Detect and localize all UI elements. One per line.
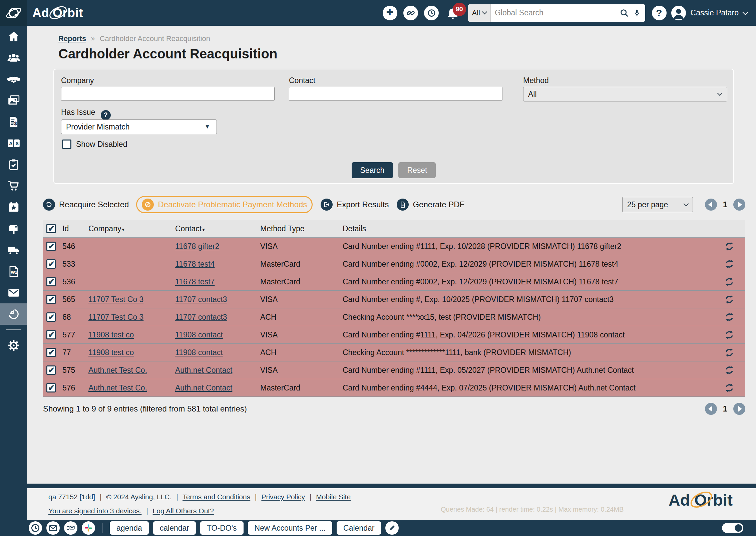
mobile-site-link[interactable]: Mobile Site — [316, 493, 351, 501]
sidebar-item-accounting[interactable]: A$ — [0, 132, 27, 154]
sidebar-item-events[interactable] — [0, 197, 27, 218]
row-reacquire-button[interactable] — [724, 241, 745, 252]
sidebar-item-deals[interactable] — [0, 68, 27, 90]
app-logo-icon[interactable] — [0, 0, 27, 26]
search-button[interactable]: Search — [352, 162, 393, 178]
search-input[interactable] — [491, 8, 619, 17]
prev-page-button[interactable] — [705, 199, 717, 211]
sidebar-item-home[interactable] — [0, 26, 27, 47]
row-reacquire-button[interactable] — [724, 294, 745, 305]
has-issue-select[interactable]: Provider Mismatch ▼ — [61, 119, 217, 134]
prev-page-button[interactable] — [705, 403, 717, 415]
col-company[interactable]: Company▾ — [88, 224, 175, 233]
row-checkbox[interactable] — [46, 259, 56, 269]
breadcrumb-reports-link[interactable]: Reports — [58, 34, 86, 43]
company-field[interactable] — [61, 87, 275, 101]
per-page-select[interactable]: 25 per page — [622, 197, 693, 212]
row-checkbox[interactable] — [46, 277, 56, 286]
col-details[interactable]: Details — [343, 224, 724, 233]
sidebar-item-tasks[interactable] — [0, 154, 27, 175]
row-contact-link[interactable]: 11678 test4 — [175, 260, 260, 269]
row-checkbox[interactable] — [46, 295, 56, 304]
col-method-type[interactable]: Method Type — [260, 224, 343, 233]
clock-icon[interactable] — [29, 521, 42, 535]
row-checkbox[interactable] — [46, 365, 56, 375]
avatar[interactable] — [671, 6, 686, 20]
sidebar-item-billing[interactable]: $ — [0, 111, 27, 132]
log-others-out-link[interactable]: Log All Others Out? — [153, 507, 214, 515]
next-page-button[interactable] — [733, 199, 745, 211]
row-contact-link[interactable]: 11678 gifter2 — [175, 242, 260, 251]
row-contact-link[interactable]: 11707 contact3 — [175, 313, 260, 322]
row-reacquire-button[interactable] — [724, 276, 745, 287]
deactivate-payment-methods-button[interactable]: Deactivate Problematic Payment Methods — [136, 196, 313, 213]
taskbar-button-calendar[interactable]: calendar — [153, 521, 196, 535]
sidebar-item-reports[interactable] — [0, 303, 27, 325]
taskbar-button-new-accounts[interactable]: New Accounts Per ... — [248, 521, 332, 535]
sidebar-item-settings[interactable] — [0, 335, 27, 356]
export-results-button[interactable]: Export Results — [321, 199, 389, 211]
row-company-link[interactable]: 11707 Test Co 3 — [88, 313, 175, 322]
privacy-link[interactable]: Privacy Policy — [261, 493, 305, 501]
sidebar-item-hr[interactable]: W2 — [0, 261, 27, 282]
terms-link[interactable]: Terms and Conditions — [182, 493, 250, 501]
col-contact[interactable]: Contact▾ — [175, 224, 260, 233]
add-icon[interactable]: + — [383, 6, 397, 20]
history-icon[interactable] — [424, 6, 439, 20]
row-reacquire-button[interactable] — [724, 259, 745, 269]
newsletter-icon[interactable] — [64, 521, 77, 535]
pencil-icon[interactable] — [385, 521, 399, 535]
row-contact-link[interactable]: 11908 contact — [175, 348, 260, 357]
row-contact-link[interactable]: 11908 contact — [175, 330, 260, 339]
has-issue-help-icon[interactable]: ? — [101, 110, 111, 120]
generate-pdf-button[interactable]: PDF Generate PDF — [397, 199, 464, 211]
row-checkbox[interactable] — [46, 242, 56, 251]
taskbar-button-agenda[interactable]: agenda — [110, 521, 149, 535]
row-checkbox[interactable] — [46, 383, 56, 392]
notifications-bell[interactable]: 90 — [445, 5, 461, 21]
row-reacquire-button[interactable] — [724, 365, 745, 375]
row-contact-link[interactable]: Auth.net Contact — [175, 383, 260, 392]
row-company-link[interactable]: 11707 Test Co 3 — [88, 295, 175, 304]
col-id[interactable]: Id — [62, 224, 88, 233]
row-company-link[interactable]: Auth.net Test Co. — [88, 366, 175, 375]
taskbar-button-todos[interactable]: TO-DO's — [200, 521, 244, 535]
row-checkbox[interactable] — [46, 312, 56, 322]
help-icon[interactable]: ? — [652, 6, 667, 20]
row-company-link[interactable]: 11908 test co — [88, 330, 175, 339]
microphone-icon[interactable] — [633, 8, 641, 18]
method-select[interactable]: All — [523, 87, 727, 101]
devices-link[interactable]: You are signed into 3 devices. — [48, 507, 141, 515]
row-reacquire-button[interactable] — [724, 329, 745, 340]
show-disabled-checkbox[interactable] — [62, 140, 71, 149]
quick-toggle[interactable] — [722, 523, 743, 533]
row-reacquire-button[interactable] — [724, 312, 745, 322]
reacquire-selected-button[interactable]: Reacquire Selected — [43, 199, 129, 211]
brand-wordmark[interactable]: Ad Orbit — [32, 6, 83, 20]
slack-icon[interactable] — [82, 521, 95, 535]
row-reacquire-button[interactable] — [724, 382, 745, 393]
sidebar-item-contacts[interactable] — [0, 47, 27, 68]
sidebar-item-mail[interactable] — [0, 218, 27, 239]
search-scope-select[interactable]: All — [468, 4, 491, 22]
row-contact-link[interactable]: Auth.net Contact — [175, 366, 260, 375]
sidebar-item-media[interactable] — [0, 90, 27, 111]
row-checkbox[interactable] — [46, 348, 56, 357]
row-checkbox[interactable] — [46, 330, 56, 339]
row-reacquire-button[interactable] — [724, 347, 745, 358]
row-contact-link[interactable]: 11678 test7 — [175, 277, 260, 286]
sidebar-item-orders[interactable] — [0, 175, 27, 197]
link-icon[interactable] — [403, 6, 418, 20]
mail-icon[interactable] — [46, 521, 60, 535]
search-icon[interactable] — [619, 8, 629, 18]
row-contact-link[interactable]: 11707 contact3 — [175, 295, 260, 304]
reset-button[interactable]: Reset — [398, 162, 436, 178]
contact-field[interactable] — [289, 87, 502, 101]
select-all-checkbox[interactable] — [46, 224, 56, 233]
user-menu-chevron-icon[interactable] — [743, 9, 748, 15]
user-menu[interactable]: Cassie Pataro — [691, 8, 739, 17]
sidebar-item-distribution[interactable] — [0, 239, 27, 261]
row-company-link[interactable]: Auth.net Test Co. — [88, 383, 175, 392]
next-page-button[interactable] — [733, 403, 745, 415]
taskbar-button-calendar-2[interactable]: Calendar — [337, 521, 381, 535]
